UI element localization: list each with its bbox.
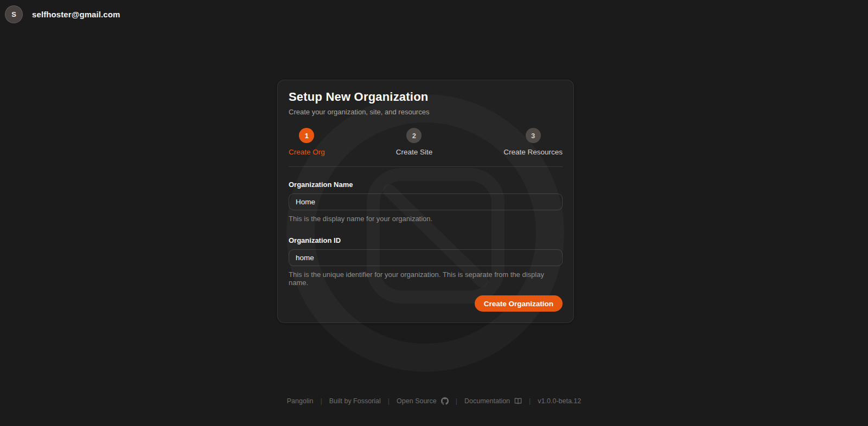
org-id-help: This is the unique identifier for your o… (289, 270, 563, 287)
book-icon[interactable] (514, 397, 522, 405)
step-create-resources: 3 Create Resources (503, 128, 563, 156)
footer: Pangolin | Built by Fossorial | Open Sou… (0, 397, 868, 405)
org-id-input[interactable] (289, 249, 563, 266)
divider (289, 166, 563, 167)
documentation-link[interactable]: Documentation (464, 397, 522, 405)
footer-brand: Pangolin (287, 397, 314, 405)
footer-separator: | (388, 397, 390, 405)
step-3-circle: 3 (526, 128, 541, 143)
step-3-label: Create Resources (503, 148, 563, 156)
open-source-link[interactable]: Open Source (397, 397, 449, 405)
setup-card: Setup New Organization Create your organ… (277, 80, 574, 323)
form-actions: Create Organization (289, 295, 563, 312)
user-menu[interactable]: S selfhoster@gmail.com (5, 5, 120, 23)
documentation-label: Documentation (464, 397, 510, 405)
org-id-label: Organization ID (289, 236, 563, 244)
footer-separator: | (456, 397, 457, 405)
avatar[interactable]: S (5, 5, 23, 23)
footer-separator: | (320, 397, 322, 405)
org-name-input[interactable] (289, 193, 563, 210)
footer-built-by: Built by Fossorial (329, 397, 381, 405)
step-create-org: 1 Create Org (289, 128, 325, 156)
user-email: selfhoster@gmail.com (32, 10, 120, 19)
step-1-label: Create Org (289, 148, 325, 156)
step-2-circle: 2 (406, 128, 422, 143)
step-1-circle: 1 (299, 128, 314, 143)
org-name-label: Organization Name (289, 180, 563, 189)
page-subtitle: Create your organization, site, and reso… (289, 108, 563, 116)
page-title: Setup New Organization (289, 90, 563, 104)
org-name-help: This is the display name for your organi… (289, 215, 563, 223)
open-source-label: Open Source (397, 397, 437, 405)
step-2-label: Create Site (396, 148, 433, 156)
step-create-site: 2 Create Site (396, 128, 433, 156)
footer-version: v1.0.0-beta.12 (538, 397, 581, 405)
github-icon[interactable] (441, 397, 449, 405)
footer-separator: | (529, 397, 531, 405)
create-organization-button[interactable]: Create Organization (475, 295, 563, 312)
stepper: 1 Create Org 2 Create Site 3 Create Reso… (289, 128, 563, 156)
